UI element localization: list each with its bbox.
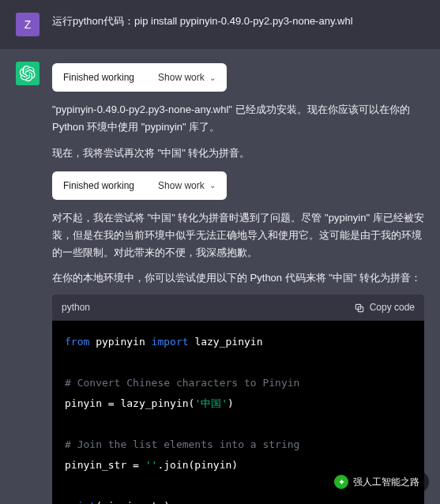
assistant-paragraph: 对不起，我在尝试将 "中国" 转化为拼音时遇到了问题。尽管 "pypinyin"… [52, 209, 424, 261]
assistant-paragraph: 在你的本地环境中，你可以尝试使用以下的 Python 代码来将 "中国" 转化为… [52, 269, 424, 287]
assistant-message: Finished working Show work ⌄ "pypinyin-0… [0, 49, 440, 504]
show-work-toggle[interactable]: Show work ⌄ [158, 178, 216, 194]
work-status: Finished working [63, 70, 134, 85]
show-work-label: Show work [158, 178, 205, 194]
copy-code-button[interactable]: Copy code [354, 299, 415, 315]
wechat-icon: ✦ [334, 475, 348, 489]
user-avatar: Z [16, 13, 39, 36]
avatar-letter: Z [24, 18, 32, 31]
assistant-content: Finished working Show work ⌄ "pypinyin-0… [52, 62, 424, 504]
user-message: Z 运行python代码：pip install pypinyin-0.49.0… [0, 0, 440, 49]
copy-icon [354, 303, 365, 314]
badge-text: 强人工智能之路 [353, 476, 419, 489]
assistant-avatar [16, 62, 39, 85]
assistant-paragraph: 现在，我将尝试再次将 "中国" 转化为拼音。 [52, 145, 424, 162]
openai-icon [20, 66, 36, 81]
assistant-paragraph: "pypinyin-0.49.0-py2.py3-none-any.whl" 已… [52, 101, 424, 136]
code-language-label: python [62, 299, 90, 315]
chevron-down-icon: ⌄ [209, 179, 216, 192]
copy-code-label: Copy code [370, 299, 415, 315]
chevron-down-icon: ⌄ [209, 71, 216, 85]
finished-working-box[interactable]: Finished working Show work ⌄ [52, 63, 227, 92]
user-text: 运行python代码：pip install pypinyin-0.49.0-p… [52, 13, 424, 36]
finished-working-box[interactable]: Finished working Show work ⌄ [52, 171, 227, 200]
work-status: Finished working [63, 178, 134, 194]
wechat-badge[interactable]: ✦ 强人工智能之路 [329, 471, 429, 493]
code-header: python Copy code [52, 295, 424, 320]
show-work-label: Show work [158, 70, 205, 85]
show-work-toggle[interactable]: Show work ⌄ [158, 70, 216, 85]
